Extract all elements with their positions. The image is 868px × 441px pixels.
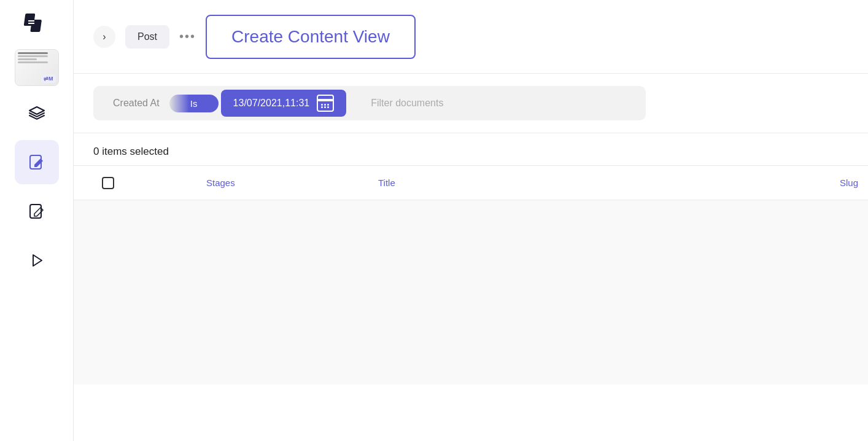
more-options-dots[interactable]: ••• — [179, 29, 196, 44]
filter-date-box[interactable]: 13/07/2021,11:31 — [221, 90, 347, 117]
table-col-stages[interactable]: Stages — [206, 178, 378, 188]
table-col-title[interactable]: Title — [378, 178, 785, 188]
sidebar-item-edit[interactable] — [15, 189, 59, 233]
sidebar: ⇌M — [0, 0, 74, 441]
filter-bar: Created At Is 13/07/2021,11:31 — [74, 74, 868, 133]
breadcrumb-chevron[interactable]: › — [93, 26, 115, 48]
thumbnail-badge: ⇌M — [41, 74, 56, 83]
items-selected-label: 0 items selected — [74, 133, 868, 165]
select-all-checkbox-col — [83, 177, 133, 189]
select-all-checkbox[interactable] — [102, 177, 114, 189]
topbar: › Post ••• Create Content View — [74, 0, 868, 74]
filter-is-pill[interactable]: Is — [169, 95, 219, 112]
table-header: Stages Title Slug — [74, 166, 868, 200]
content-thumbnail[interactable]: ⇌M — [15, 49, 59, 86]
main-content: › Post ••• Create Content View Created A… — [74, 0, 868, 441]
calendar-icon[interactable] — [317, 95, 334, 112]
sidebar-item-play[interactable] — [15, 238, 59, 283]
data-table: Stages Title Slug — [74, 165, 868, 384]
table-col-slug[interactable]: Slug — [785, 178, 858, 188]
post-button[interactable]: Post — [125, 25, 169, 49]
table-body — [74, 200, 868, 384]
sidebar-item-layers[interactable] — [15, 91, 59, 135]
page-title[interactable]: Create Content View — [206, 15, 416, 59]
filter-created-at-label: Created At — [103, 98, 169, 109]
filter-documents-placeholder[interactable]: Filter documents — [356, 98, 458, 109]
filter-row: Created At Is 13/07/2021,11:31 — [93, 86, 646, 120]
sidebar-item-edit-active[interactable] — [15, 140, 59, 184]
app-logo[interactable] — [22, 10, 52, 39]
filter-date-value: 13/07/2021,11:31 — [233, 98, 310, 109]
